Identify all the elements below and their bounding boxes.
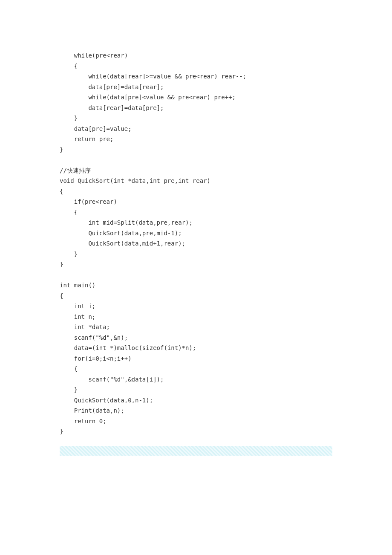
code-block: while(pre<rear) { while(data[rear]>=valu… [60, 50, 332, 437]
document-page: while(pre<rear) { while(data[rear]>=valu… [0, 0, 392, 490]
footer-pattern-bar [60, 446, 332, 456]
